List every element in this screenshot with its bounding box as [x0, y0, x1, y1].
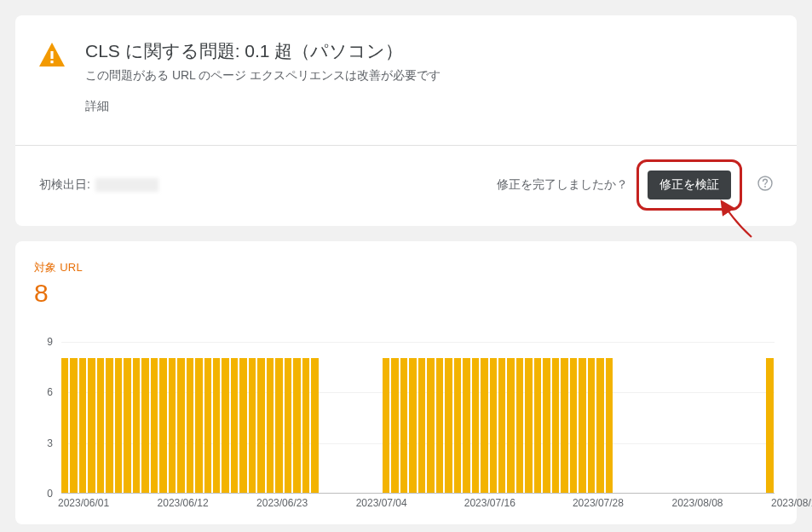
- chart-bar: [124, 358, 130, 493]
- y-tick-label: 6: [47, 386, 53, 398]
- chart-bar: [133, 358, 140, 493]
- y-tick-label: 3: [47, 437, 53, 449]
- chart-area: 0369 2023/06/012023/06/122023/06/232023/…: [34, 342, 778, 509]
- chart-bar: [311, 358, 318, 493]
- x-axis: 2023/06/012023/06/122023/06/232023/07/04…: [61, 497, 775, 512]
- chart-bar: [383, 358, 389, 493]
- chart-bar: [588, 358, 595, 493]
- y-tick-label: 9: [47, 336, 53, 348]
- x-tick-label: 2023/07/28: [573, 497, 624, 509]
- x-tick-label: 2023/06/01: [58, 497, 109, 509]
- x-tick-label: 2023/06/12: [158, 497, 209, 509]
- chart-bar: [766, 358, 773, 493]
- x-tick-label: 2023/07/04: [356, 497, 407, 509]
- chart-bar: [596, 358, 603, 493]
- chart-bar: [543, 358, 550, 493]
- chart-bar: [463, 358, 469, 493]
- chart-bar: [409, 358, 416, 493]
- chart-bar: [88, 358, 95, 493]
- chart-bar: [552, 358, 559, 493]
- metric-label: 対象 URL: [34, 260, 778, 275]
- chart-bar: [481, 358, 487, 493]
- details-link[interactable]: 詳細: [85, 99, 441, 114]
- svg-rect-1: [50, 61, 53, 63]
- chart-bar: [302, 358, 309, 493]
- help-icon[interactable]: [757, 176, 773, 194]
- chart-bar: [106, 358, 112, 493]
- chart-bar: [141, 358, 148, 493]
- y-axis: 0369: [34, 342, 58, 494]
- first-detected-value-redacted: [95, 178, 158, 192]
- chart-bar: [490, 358, 497, 493]
- chart-bar: [391, 358, 398, 493]
- svg-rect-0: [50, 51, 53, 59]
- chart-bar: [525, 358, 532, 493]
- chart-bar: [516, 358, 523, 493]
- chart-bar: [195, 358, 202, 493]
- issue-text-block: CLS に関する問題: 0.1 超（パソコン） この問題がある URL のページ…: [85, 39, 441, 114]
- chart-bar: [79, 358, 86, 493]
- footer-right: 修正を完了しましたか？ 修正を検証: [497, 159, 773, 211]
- chart-bar: [239, 358, 246, 493]
- chart-bar: [285, 358, 291, 493]
- chart-bar: [61, 358, 68, 493]
- chart-bar: [115, 358, 122, 493]
- chart-bar: [231, 358, 238, 493]
- chart-bar: [159, 358, 166, 493]
- chart-bar: [570, 358, 577, 493]
- chart-bar: [507, 358, 514, 493]
- chart-card: 対象 URL 8 0369 2023/06/012023/06/122023/0…: [15, 241, 797, 524]
- chart-bar: [70, 358, 77, 493]
- chart-bar: [606, 358, 613, 493]
- chart-bar: [275, 358, 282, 493]
- chart-bar: [436, 358, 443, 493]
- y-tick-label: 0: [47, 488, 53, 500]
- chart-bar: [169, 358, 176, 493]
- chart-bar: [267, 358, 274, 493]
- chart-bar: [293, 358, 300, 493]
- chart-bar: [400, 358, 407, 493]
- chart-bar: [454, 358, 461, 493]
- issue-card: CLS に関する問題: 0.1 超（パソコン） この問題がある URL のページ…: [15, 15, 797, 226]
- validate-button[interactable]: 修正を検証: [648, 171, 731, 200]
- chart-bar: [418, 358, 425, 493]
- chart-bar: [151, 358, 158, 493]
- chart-bar: [249, 358, 256, 493]
- x-tick-label: 2023/07/16: [464, 497, 515, 509]
- chart-bar: [222, 358, 228, 493]
- x-tick-label: 2023/08/19: [771, 497, 812, 509]
- metric-value: 8: [34, 279, 778, 308]
- chart-bar: [177, 358, 184, 493]
- chart-bar: [579, 358, 585, 493]
- x-tick-label: 2023/08/08: [671, 497, 723, 509]
- first-detected-label: 初検出日:: [39, 177, 90, 193]
- warning-icon: [39, 43, 65, 70]
- chart-bar: [498, 358, 505, 493]
- chart-bar: [257, 358, 264, 493]
- chart-plot: [61, 342, 775, 494]
- chart-bar: [472, 358, 479, 493]
- chart-bar: [204, 358, 211, 493]
- validate-highlight: 修正を検証: [636, 159, 742, 211]
- chart-bar: [187, 358, 193, 493]
- chart-bar: [561, 358, 567, 493]
- chart-bar: [97, 358, 104, 493]
- issue-header: CLS に関する問題: 0.1 超（パソコン） この問題がある URL のページ…: [15, 15, 797, 126]
- chart-bar: [445, 358, 452, 493]
- issue-subtitle: この問題がある URL のページ エクスペリエンスは改善が必要です: [85, 68, 441, 84]
- first-detected: 初検出日:: [39, 177, 158, 193]
- x-tick-label: 2023/06/23: [256, 497, 308, 509]
- chart-bar: [213, 358, 220, 493]
- validate-prompt: 修正を完了しましたか？: [497, 177, 628, 193]
- issue-title: CLS に関する問題: 0.1 超（パソコン）: [85, 39, 441, 63]
- chart-bar: [427, 358, 434, 493]
- issue-footer: 初検出日: 修正を完了しましたか？ 修正を検証: [15, 146, 797, 226]
- chart-bar: [534, 358, 541, 493]
- svg-point-3: [764, 186, 766, 188]
